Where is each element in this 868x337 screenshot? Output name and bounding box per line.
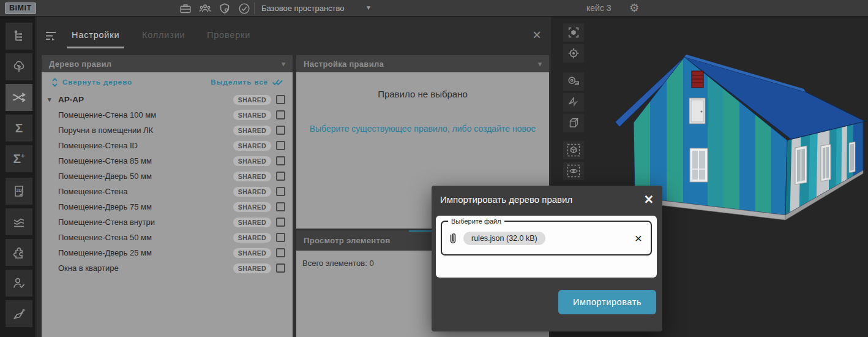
measure-button[interactable] <box>563 72 584 91</box>
tree-item-row[interactable]: Поручни в помещении ЛКSHARED <box>42 123 293 138</box>
zoom-fit-button[interactable] <box>563 23 584 42</box>
dialog-title: Импортировать дерево правил <box>440 194 572 205</box>
tree-item-row[interactable]: Помещение-Дверь 75 ммSHARED <box>42 199 293 214</box>
sidebar-item-tree[interactable] <box>6 53 32 80</box>
file-card: Выберите файл rules.json (32.0 kB) × <box>436 216 657 278</box>
item-checkbox[interactable] <box>276 263 285 273</box>
shared-badge: SHARED <box>233 218 271 227</box>
double-check-icon[interactable] <box>272 78 284 86</box>
rule-settings-title: Настройка правила <box>304 59 384 69</box>
tree-item-label: Помещение-Дверь 25 мм <box>58 248 152 257</box>
tree-item-row[interactable]: Помещение-Стена 85 ммSHARED <box>42 153 293 168</box>
shared-badge: SHARED <box>233 233 271 243</box>
rules-tree-body: Свернуть дерево Выделить всё ▾ АР-АР SHA… <box>42 72 293 337</box>
expand-caret-icon[interactable]: ▾ <box>48 96 58 104</box>
collapse-caret-icon[interactable]: ▾ <box>282 60 285 68</box>
tree-root-row[interactable]: ▾ АР-АР SHARED <box>42 92 293 107</box>
sidebar-item-sigma-plus[interactable]: Σ+ <box>6 145 32 172</box>
item-checkbox[interactable] <box>276 233 285 242</box>
building-window-side-2 <box>821 145 831 182</box>
file-input-field[interactable]: Выберите файл rules.json (32.0 kB) × <box>441 221 652 256</box>
item-checkbox[interactable] <box>276 95 285 104</box>
item-checkbox[interactable] <box>276 110 285 119</box>
tree-item-row[interactable]: Помещение-Стена IDSHARED <box>42 138 293 153</box>
item-checkbox[interactable] <box>276 126 285 135</box>
tree-item-label: Помещение-Стена 100 мм <box>58 110 156 119</box>
tab-checks[interactable]: Проверки <box>202 30 255 47</box>
workspace-dropdown-icon[interactable]: ▼ <box>365 4 372 11</box>
item-checkbox[interactable] <box>276 141 285 150</box>
sidebar-item-user-check[interactable] <box>6 270 32 297</box>
tab-collisions[interactable]: Коллизии <box>137 30 190 47</box>
case-label: кейс 3 <box>586 3 612 13</box>
visibility-button[interactable] <box>563 162 584 180</box>
file-chip[interactable]: rules.json (32.0 kB) <box>463 232 545 245</box>
sidebar-item-2d[interactable]: 2D <box>6 178 32 205</box>
app-root: BiMiT Базовое пространство ▼ кейс 3 ⚙ <box>0 0 868 337</box>
rules-tree-header[interactable]: Дерево правил ▾ <box>42 55 293 72</box>
file-field-label: Выберите файл <box>448 218 504 225</box>
item-checkbox[interactable] <box>276 218 285 227</box>
elements-total-label: Всего элементов: 0 <box>302 259 374 268</box>
building-window-front <box>690 148 708 182</box>
briefcase-icon[interactable] <box>179 2 192 15</box>
section-box-button[interactable] <box>563 114 584 132</box>
section-box-icon <box>567 116 580 130</box>
item-checkbox[interactable] <box>276 202 285 211</box>
2d-doc-icon: 2D <box>12 184 26 199</box>
person-check-icon <box>12 276 26 290</box>
isolate-button[interactable] <box>563 141 584 159</box>
shared-badge: SHARED <box>233 263 271 273</box>
workspace-selector[interactable]: Базовое пространство <box>261 4 345 13</box>
rules-tree-panel: Дерево правил ▾ Свернуть дерево Выделить… <box>42 55 293 337</box>
sidebar-item-hierarchy[interactable] <box>6 23 32 50</box>
shared-badge: SHARED <box>233 95 271 105</box>
shield-icon[interactable] <box>218 2 231 15</box>
item-checkbox[interactable] <box>276 187 285 196</box>
top-bar: BiMiT Базовое пространство ▼ кейс 3 ⚙ <box>0 0 868 17</box>
svg-text:2D: 2D <box>16 187 22 193</box>
tab-settings[interactable]: Настройки <box>67 30 124 48</box>
locate-button[interactable] <box>563 44 584 62</box>
tree-item-row[interactable]: Помещение-СтенаSHARED <box>42 184 293 199</box>
close-icon[interactable]: × <box>533 28 541 42</box>
item-checkbox[interactable] <box>276 172 285 181</box>
collapse-caret-icon[interactable]: ▾ <box>538 60 542 68</box>
clear-file-icon[interactable]: × <box>635 232 642 244</box>
sidebar-item-sigma[interactable]: Σ <box>6 115 32 142</box>
sidebar-item-trowel[interactable] <box>6 300 32 327</box>
gear-icon[interactable]: ⚙ <box>629 1 639 16</box>
panel-menu-icon[interactable] <box>45 30 58 42</box>
tree-item-row[interactable]: Окна в квартиреSHARED <box>42 260 293 276</box>
tree-item-row[interactable]: Помещение-Стена внутриSHARED <box>42 214 293 230</box>
item-checkbox[interactable] <box>276 248 285 257</box>
shared-badge: SHARED <box>233 202 271 212</box>
shared-badge: SHARED <box>233 248 271 258</box>
shared-badge: SHARED <box>233 110 271 120</box>
sidebar-item-plugins[interactable] <box>6 239 32 266</box>
tree-item-row[interactable]: Помещение-Стена 100 ммSHARED <box>42 107 293 123</box>
dialog-close-icon[interactable]: × <box>644 191 653 208</box>
item-checkbox[interactable] <box>276 156 285 165</box>
tree-item-row[interactable]: Помещение-Дверь 25 ммSHARED <box>42 245 293 260</box>
collapse-tree-button[interactable]: Свернуть дерево <box>62 78 132 86</box>
section-plane-button[interactable] <box>563 93 584 112</box>
trowel-icon <box>12 306 26 321</box>
sidebar-item-waves[interactable] <box>6 208 32 235</box>
select-all-button[interactable]: Выделить всё <box>211 78 268 86</box>
tree-item-row[interactable]: Помещение-Стена 50 ммSHARED <box>42 230 293 245</box>
rule-empty-hint-link[interactable]: Выберите существующее правило, либо созд… <box>296 124 549 134</box>
tree-item-row[interactable]: Помещение-Дверь 50 ммSHARED <box>42 168 293 184</box>
team-icon[interactable] <box>198 2 212 15</box>
sidebar-item-shuffle[interactable] <box>6 84 32 111</box>
tree-controls: Свернуть дерево Выделить всё <box>42 72 293 92</box>
rules-tree-list: Помещение-Стена 100 ммSHAREDПоручни в по… <box>42 107 293 276</box>
import-rules-dialog: Импортировать дерево правил × Выберите ф… <box>432 186 662 331</box>
zoom-fit-icon <box>567 26 580 39</box>
rule-settings-header[interactable]: Настройка правила ▾ <box>296 55 549 72</box>
tree-icon <box>12 59 26 74</box>
paperclip-icon <box>448 231 458 246</box>
check-circle-icon[interactable] <box>238 2 251 15</box>
shared-badge: SHARED <box>233 156 271 166</box>
import-button[interactable]: Импортировать <box>558 290 656 314</box>
